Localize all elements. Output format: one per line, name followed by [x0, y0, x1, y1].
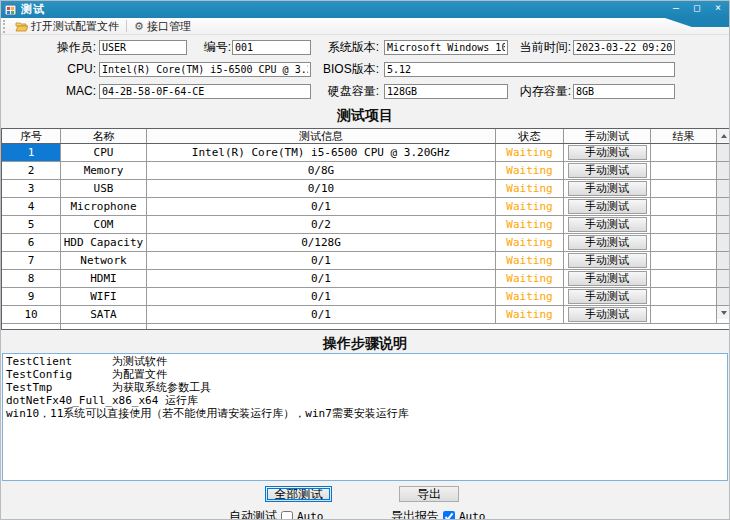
test-all-button[interactable]: 全部测试	[265, 486, 332, 502]
table-row[interactable]: 2 Memory 0/8G Waiting 手动测试	[2, 162, 730, 180]
os-version-input[interactable]	[384, 40, 508, 55]
row-status-cell[interactable]: Waiting	[496, 288, 564, 305]
table-scroll-down[interactable]	[717, 306, 730, 319]
export-button[interactable]: 导出	[399, 486, 459, 502]
operator-input[interactable]	[99, 40, 187, 55]
column-header-status[interactable]: 状态	[496, 129, 564, 143]
row-name-cell[interactable]: COM	[61, 216, 147, 233]
manual-test-button[interactable]: 手动测试	[568, 181, 647, 196]
manual-test-button[interactable]: 手动测试	[568, 253, 647, 268]
column-header-no[interactable]: 序号	[2, 129, 61, 143]
title-bar[interactable]: 测试 – □ ×	[1, 1, 729, 18]
row-name-cell[interactable]: CPU	[61, 144, 147, 161]
row-no-cell[interactable]: 5	[2, 216, 61, 233]
row-status-cell[interactable]: Waiting	[496, 198, 564, 215]
table-row[interactable]: 4 Microphone 0/1 Waiting 手动测试	[2, 198, 730, 216]
row-no-cell[interactable]: 1	[2, 144, 61, 161]
row-status-cell[interactable]: Waiting	[496, 270, 564, 287]
table-scrollbar-track[interactable]	[717, 198, 730, 215]
interface-mgmt-button[interactable]: ⚙ 接口管理	[130, 19, 195, 34]
row-name-cell[interactable]: Memory	[61, 162, 147, 179]
row-no-cell[interactable]: 6	[2, 234, 61, 251]
row-no-cell[interactable]: 8	[2, 270, 61, 287]
table-row[interactable]: 5 COM 0/2 Waiting 手动测试	[2, 216, 730, 234]
current-time-input[interactable]	[573, 40, 675, 55]
row-name-cell[interactable]: HDMI	[61, 270, 147, 287]
manual-test-button[interactable]: 手动测试	[568, 271, 647, 286]
row-result-cell[interactable]	[651, 180, 717, 197]
column-header-info[interactable]: 测试信息	[147, 129, 496, 143]
minimize-button[interactable]: –	[669, 2, 683, 14]
row-status-cell[interactable]: Waiting	[496, 234, 564, 251]
hdd-capacity-input[interactable]	[384, 84, 508, 99]
table-row[interactable]: 1 CPU Intel(R) Core(TM) i5-6500 CPU @ 3.…	[2, 144, 730, 162]
close-button[interactable]: ×	[711, 2, 725, 14]
table-row[interactable]: 7 Network 0/1 Waiting 手动测试	[2, 252, 730, 270]
row-info-cell[interactable]: 0/10	[147, 180, 496, 197]
manual-test-button[interactable]: 手动测试	[568, 145, 647, 160]
row-result-cell[interactable]	[651, 162, 717, 179]
row-name-cell[interactable]: USB	[61, 180, 147, 197]
row-info-cell[interactable]: 0/1	[147, 252, 496, 269]
table-scrollbar-track[interactable]	[717, 162, 730, 179]
manual-test-button[interactable]: 手动测试	[568, 163, 647, 178]
manual-test-button[interactable]: 手动测试	[568, 217, 647, 232]
row-no-cell[interactable]: 2	[2, 162, 61, 179]
row-result-cell[interactable]	[651, 270, 717, 287]
steps-textarea[interactable]: TestClient 为测试软件 TestConfig 为配置文件 TestTm…	[2, 353, 728, 481]
row-status-cell[interactable]: Waiting	[496, 252, 564, 269]
table-row[interactable]: 3 USB 0/10 Waiting 手动测试	[2, 180, 730, 198]
row-result-cell[interactable]	[651, 144, 717, 161]
row-result-cell[interactable]	[651, 306, 717, 323]
table-row[interactable]: 10 SATA 0/1 Waiting 手动测试	[2, 306, 730, 324]
row-status-cell[interactable]: Waiting	[496, 162, 564, 179]
row-name-cell[interactable]: SATA	[61, 306, 147, 323]
row-result-cell[interactable]	[651, 216, 717, 233]
row-status-cell[interactable]: Waiting	[496, 180, 564, 197]
row-info-cell[interactable]: 0/1	[147, 288, 496, 305]
row-status-cell[interactable]: Waiting	[496, 306, 564, 323]
row-name-cell[interactable]: HDD Capacity	[61, 234, 147, 251]
row-info-cell[interactable]: 0/2	[147, 216, 496, 233]
manual-test-button[interactable]: 手动测试	[568, 199, 647, 214]
column-header-result[interactable]: 结果	[651, 129, 717, 143]
column-header-name[interactable]: 名称	[61, 129, 147, 143]
row-name-cell[interactable]: WIFI	[61, 288, 147, 305]
table-scrollbar-track[interactable]	[717, 234, 730, 251]
bios-version-input[interactable]	[384, 62, 675, 77]
table-row[interactable]: 9 WIFI 0/1 Waiting 手动测试	[2, 288, 730, 306]
row-status-cell[interactable]: Waiting	[496, 216, 564, 233]
row-result-cell[interactable]	[651, 234, 717, 251]
row-status-cell[interactable]: Waiting	[496, 144, 564, 161]
auto-test-checkbox[interactable]	[281, 511, 293, 520]
row-result-cell[interactable]	[651, 288, 717, 305]
cpu-input[interactable]	[99, 62, 311, 77]
table-scrollbar-track[interactable]	[717, 216, 730, 233]
row-result-cell[interactable]	[651, 252, 717, 269]
row-result-cell[interactable]	[651, 198, 717, 215]
row-no-cell[interactable]: 7	[2, 252, 61, 269]
row-info-cell[interactable]: 0/128G	[147, 234, 496, 251]
manual-test-button[interactable]: 手动测试	[568, 235, 647, 250]
table-scrollbar-track[interactable]	[717, 270, 730, 287]
row-info-cell[interactable]: 0/1	[147, 306, 496, 323]
column-header-manual[interactable]: 手动测试	[564, 129, 651, 143]
row-info-cell[interactable]: Intel(R) Core(TM) i5-6500 CPU @ 3.20GHz	[147, 144, 496, 161]
table-scroll-up[interactable]	[717, 129, 730, 142]
table-row[interactable]: 8 HDMI 0/1 Waiting 手动测试	[2, 270, 730, 288]
maximize-button[interactable]: □	[690, 2, 704, 14]
row-no-cell[interactable]: 3	[2, 180, 61, 197]
open-config-button[interactable]: 打开测试配置文件	[11, 19, 123, 34]
manual-test-button[interactable]: 手动测试	[568, 289, 647, 304]
row-info-cell[interactable]: 0/1	[147, 270, 496, 287]
table-scrollbar-track[interactable]	[717, 180, 730, 197]
row-info-cell[interactable]: 0/1	[147, 198, 496, 215]
table-scrollbar-track[interactable]	[717, 144, 730, 161]
mac-input[interactable]	[99, 84, 311, 99]
row-name-cell[interactable]: Network	[61, 252, 147, 269]
table-row[interactable]: 6 HDD Capacity 0/128G Waiting 手动测试	[2, 234, 730, 252]
ram-capacity-input[interactable]	[573, 84, 675, 99]
row-name-cell[interactable]: Microphone	[61, 198, 147, 215]
table-scrollbar-track[interactable]	[717, 252, 730, 269]
table-scrollbar-track[interactable]	[717, 288, 730, 305]
